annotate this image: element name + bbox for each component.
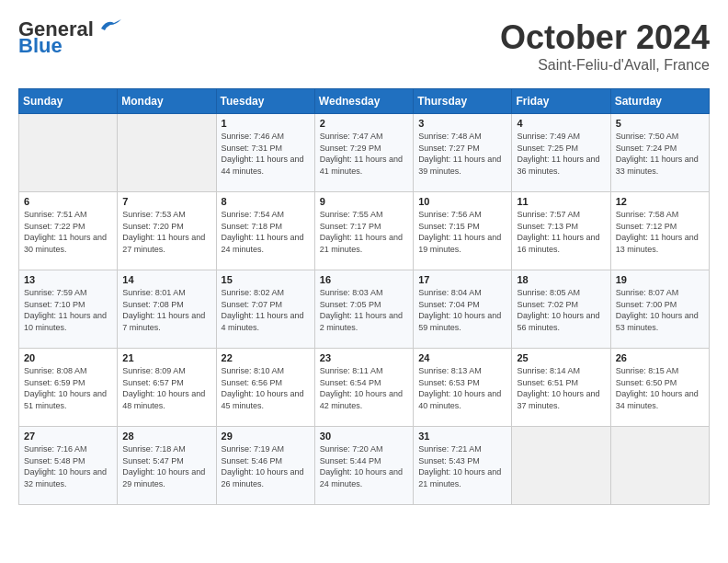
day-number: 1 bbox=[222, 118, 310, 129]
day-info: Sunrise: 8:15 AMSunset: 6:50 PMDaylight:… bbox=[616, 365, 704, 411]
day-number: 18 bbox=[517, 274, 605, 285]
day-number: 10 bbox=[418, 196, 506, 207]
calendar-cell: 31Sunrise: 7:21 AMSunset: 5:43 PMDayligh… bbox=[414, 427, 512, 505]
calendar-cell: 18Sunrise: 8:05 AMSunset: 7:02 PMDayligh… bbox=[512, 270, 610, 349]
calendar-cell: 14Sunrise: 8:01 AMSunset: 7:08 PMDayligh… bbox=[118, 270, 216, 349]
day-info: Sunrise: 8:01 AMSunset: 7:08 PMDaylight:… bbox=[122, 287, 210, 333]
header-tuesday: Tuesday bbox=[216, 89, 314, 114]
calendar-cell: 11Sunrise: 7:57 AMSunset: 7:13 PMDayligh… bbox=[512, 192, 610, 270]
calendar-cell: 5Sunrise: 7:50 AMSunset: 7:24 PMDaylight… bbox=[610, 114, 709, 192]
calendar-cell: 24Sunrise: 8:13 AMSunset: 6:53 PMDayligh… bbox=[414, 349, 512, 427]
day-info: Sunrise: 7:50 AMSunset: 7:24 PMDaylight:… bbox=[616, 131, 704, 177]
calendar-cell: 15Sunrise: 8:02 AMSunset: 7:07 PMDayligh… bbox=[216, 270, 314, 349]
day-info: Sunrise: 7:53 AMSunset: 7:20 PMDaylight:… bbox=[122, 209, 210, 255]
calendar-cell bbox=[512, 427, 610, 505]
day-info: Sunrise: 7:21 AMSunset: 5:43 PMDaylight:… bbox=[418, 443, 506, 489]
day-number: 22 bbox=[222, 352, 310, 363]
calendar-cell: 2Sunrise: 7:47 AMSunset: 7:29 PMDaylight… bbox=[314, 114, 413, 192]
day-number: 4 bbox=[517, 118, 605, 129]
calendar-cell: 23Sunrise: 8:11 AMSunset: 6:54 PMDayligh… bbox=[314, 349, 413, 427]
header-saturday: Saturday bbox=[610, 89, 709, 114]
day-info: Sunrise: 8:13 AMSunset: 6:53 PMDaylight:… bbox=[418, 365, 506, 411]
day-number: 27 bbox=[24, 431, 112, 442]
calendar-cell: 3Sunrise: 7:48 AMSunset: 7:27 PMDaylight… bbox=[414, 114, 512, 192]
calendar-cell bbox=[118, 114, 216, 192]
day-info: Sunrise: 8:04 AMSunset: 7:04 PMDaylight:… bbox=[418, 287, 506, 333]
day-info: Sunrise: 7:49 AMSunset: 7:25 PMDaylight:… bbox=[517, 131, 605, 177]
day-info: Sunrise: 8:10 AMSunset: 6:56 PMDaylight:… bbox=[222, 365, 310, 411]
day-info: Sunrise: 7:54 AMSunset: 7:18 PMDaylight:… bbox=[222, 209, 310, 255]
day-info: Sunrise: 7:51 AMSunset: 7:22 PMDaylight:… bbox=[24, 209, 112, 255]
logo: General Blue bbox=[18, 18, 123, 57]
calendar-cell: 17Sunrise: 8:04 AMSunset: 7:04 PMDayligh… bbox=[414, 270, 512, 349]
calendar-cell bbox=[19, 114, 118, 192]
day-info: Sunrise: 7:56 AMSunset: 7:15 PMDaylight:… bbox=[418, 209, 506, 255]
day-number: 5 bbox=[616, 118, 704, 129]
calendar-cell: 22Sunrise: 8:10 AMSunset: 6:56 PMDayligh… bbox=[216, 349, 314, 427]
page-header: General Blue October 2024 Saint-Feliu-d'… bbox=[18, 18, 710, 74]
day-number: 9 bbox=[320, 196, 408, 207]
day-number: 12 bbox=[616, 196, 704, 207]
calendar-cell: 26Sunrise: 8:15 AMSunset: 6:50 PMDayligh… bbox=[610, 349, 709, 427]
calendar-cell: 12Sunrise: 7:58 AMSunset: 7:12 PMDayligh… bbox=[610, 192, 709, 270]
logo-bird-icon bbox=[97, 17, 123, 38]
calendar-table: SundayMondayTuesdayWednesdayThursdayFrid… bbox=[18, 88, 710, 505]
day-info: Sunrise: 8:14 AMSunset: 6:51 PMDaylight:… bbox=[517, 365, 605, 411]
calendar-cell: 8Sunrise: 7:54 AMSunset: 7:18 PMDaylight… bbox=[216, 192, 314, 270]
calendar-cell: 10Sunrise: 7:56 AMSunset: 7:15 PMDayligh… bbox=[414, 192, 512, 270]
day-number: 11 bbox=[517, 196, 605, 207]
logo-blue: Blue bbox=[18, 35, 63, 57]
day-number: 2 bbox=[320, 118, 408, 129]
calendar-cell: 20Sunrise: 8:08 AMSunset: 6:59 PMDayligh… bbox=[19, 349, 118, 427]
day-info: Sunrise: 7:48 AMSunset: 7:27 PMDaylight:… bbox=[418, 131, 506, 177]
day-info: Sunrise: 7:57 AMSunset: 7:13 PMDaylight:… bbox=[517, 209, 605, 255]
day-info: Sunrise: 7:47 AMSunset: 7:29 PMDaylight:… bbox=[320, 131, 408, 177]
calendar-cell: 4Sunrise: 7:49 AMSunset: 7:25 PMDaylight… bbox=[512, 114, 610, 192]
day-info: Sunrise: 7:18 AMSunset: 5:47 PMDaylight:… bbox=[122, 443, 210, 489]
location-subtitle: Saint-Feliu-d'Avall, France bbox=[500, 57, 710, 74]
day-info: Sunrise: 7:20 AMSunset: 5:44 PMDaylight:… bbox=[320, 443, 408, 489]
day-number: 23 bbox=[320, 352, 408, 363]
week-row-4: 20Sunrise: 8:08 AMSunset: 6:59 PMDayligh… bbox=[19, 349, 710, 427]
day-number: 3 bbox=[418, 118, 506, 129]
header-wednesday: Wednesday bbox=[314, 89, 413, 114]
day-info: Sunrise: 7:16 AMSunset: 5:48 PMDaylight:… bbox=[24, 443, 112, 489]
day-info: Sunrise: 8:03 AMSunset: 7:05 PMDaylight:… bbox=[320, 287, 408, 333]
day-number: 19 bbox=[616, 274, 704, 285]
week-row-1: 1Sunrise: 7:46 AMSunset: 7:31 PMDaylight… bbox=[19, 114, 710, 192]
month-title: October 2024 bbox=[500, 18, 710, 57]
day-info: Sunrise: 8:11 AMSunset: 6:54 PMDaylight:… bbox=[320, 365, 408, 411]
day-number: 29 bbox=[222, 431, 310, 442]
header-sunday: Sunday bbox=[19, 89, 118, 114]
day-number: 20 bbox=[24, 352, 112, 363]
calendar-cell: 6Sunrise: 7:51 AMSunset: 7:22 PMDaylight… bbox=[19, 192, 118, 270]
day-info: Sunrise: 7:58 AMSunset: 7:12 PMDaylight:… bbox=[616, 209, 704, 255]
header-monday: Monday bbox=[118, 89, 216, 114]
day-number: 16 bbox=[320, 274, 408, 285]
calendar-cell: 19Sunrise: 8:07 AMSunset: 7:00 PMDayligh… bbox=[610, 270, 709, 349]
calendar-cell: 21Sunrise: 8:09 AMSunset: 6:57 PMDayligh… bbox=[118, 349, 216, 427]
week-row-3: 13Sunrise: 7:59 AMSunset: 7:10 PMDayligh… bbox=[19, 270, 710, 349]
header-thursday: Thursday bbox=[414, 89, 512, 114]
day-number: 28 bbox=[122, 431, 210, 442]
day-number: 26 bbox=[616, 352, 704, 363]
day-number: 31 bbox=[418, 431, 506, 442]
calendar-cell: 28Sunrise: 7:18 AMSunset: 5:47 PMDayligh… bbox=[118, 427, 216, 505]
day-info: Sunrise: 8:05 AMSunset: 7:02 PMDaylight:… bbox=[517, 287, 605, 333]
day-info: Sunrise: 7:55 AMSunset: 7:17 PMDaylight:… bbox=[320, 209, 408, 255]
day-number: 6 bbox=[24, 196, 112, 207]
day-number: 21 bbox=[122, 352, 210, 363]
day-info: Sunrise: 7:19 AMSunset: 5:46 PMDaylight:… bbox=[222, 443, 310, 489]
calendar-cell: 27Sunrise: 7:16 AMSunset: 5:48 PMDayligh… bbox=[19, 427, 118, 505]
calendar-cell: 30Sunrise: 7:20 AMSunset: 5:44 PMDayligh… bbox=[314, 427, 413, 505]
calendar-header-row: SundayMondayTuesdayWednesdayThursdayFrid… bbox=[19, 89, 710, 114]
week-row-5: 27Sunrise: 7:16 AMSunset: 5:48 PMDayligh… bbox=[19, 427, 710, 505]
day-number: 24 bbox=[418, 352, 506, 363]
day-info: Sunrise: 8:08 AMSunset: 6:59 PMDaylight:… bbox=[24, 365, 112, 411]
calendar-cell: 29Sunrise: 7:19 AMSunset: 5:46 PMDayligh… bbox=[216, 427, 314, 505]
day-number: 17 bbox=[418, 274, 506, 285]
calendar-cell: 1Sunrise: 7:46 AMSunset: 7:31 PMDaylight… bbox=[216, 114, 314, 192]
day-number: 30 bbox=[320, 431, 408, 442]
calendar-cell: 13Sunrise: 7:59 AMSunset: 7:10 PMDayligh… bbox=[19, 270, 118, 349]
title-section: October 2024 Saint-Feliu-d'Avall, France bbox=[500, 18, 710, 74]
